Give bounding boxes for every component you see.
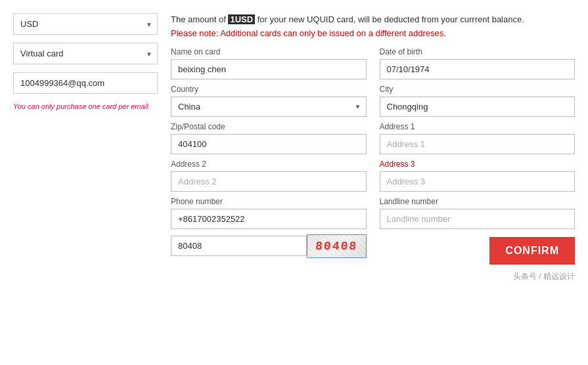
address2-label: Address 2 — [171, 160, 367, 169]
card-type-select-wrapper[interactable]: Virtual card Physical card — [13, 43, 158, 64]
phone-label: Phone number — [171, 197, 367, 206]
currency-select[interactable]: USD EUR GBP — [13, 13, 158, 35]
info-prefix: The amount of — [171, 14, 228, 24]
info-suffix: for your new UQUID card, will be deducte… — [255, 14, 524, 24]
country-select-wrapper[interactable]: China USA UK Germany France — [171, 97, 367, 117]
email-note: You can only purchase one card per email… — [13, 102, 158, 112]
landline-input[interactable] — [380, 209, 576, 229]
info-highlight: 1USD — [228, 14, 255, 24]
email-display: 1004999364@qq.com — [13, 72, 158, 94]
city-group: City — [380, 85, 576, 117]
confirm-button[interactable]: CONFIRM — [489, 237, 575, 265]
city-input[interactable] — [380, 97, 576, 117]
dob-input[interactable] — [380, 59, 576, 79]
address1-label: Address 1 — [380, 122, 576, 131]
info-text: The amount of 1USD for your new UQUID ca… — [171, 13, 575, 41]
city-label: City — [380, 85, 576, 94]
right-panel: The amount of 1USD for your new UQUID ca… — [171, 13, 575, 352]
landline-label: Landline number — [380, 197, 576, 206]
name-on-card-group: Name on card — [171, 47, 367, 79]
address1-group: Address 1 — [380, 122, 576, 154]
info-note: Please note: Additional cards can only b… — [171, 28, 446, 38]
dob-label: Date of birth — [380, 47, 576, 56]
address3-label: Address 3 — [380, 160, 576, 169]
country-label: Country — [171, 85, 367, 94]
address2-group: Address 2 — [171, 160, 367, 192]
captcha-text: 80408 — [315, 240, 358, 253]
captcha-row: 80408 — [171, 234, 367, 258]
left-panel: USD EUR GBP Virtual card Physical card 1… — [13, 13, 158, 352]
dob-group: Date of birth — [380, 47, 576, 79]
watermark: 头条号 / 精远设计 — [513, 271, 575, 282]
name-on-card-input[interactable] — [171, 59, 367, 79]
zip-group: Zip/Postal code — [171, 122, 367, 154]
phone-input[interactable] — [171, 209, 367, 229]
card-type-select[interactable]: Virtual card Physical card — [13, 43, 158, 64]
currency-select-wrapper[interactable]: USD EUR GBP — [13, 13, 158, 35]
landline-group: Landline number — [380, 197, 576, 229]
name-on-card-label: Name on card — [171, 47, 367, 56]
confirm-group: CONFIRM — [380, 234, 576, 265]
zip-input[interactable] — [171, 134, 367, 154]
form-grid: Name on card Date of birth Country China… — [171, 47, 575, 265]
captcha-input[interactable] — [171, 236, 307, 256]
captcha-image[interactable]: 80408 — [307, 234, 367, 258]
captcha-group: 80408 — [171, 234, 367, 265]
country-select[interactable]: China USA UK Germany France — [171, 97, 367, 117]
address2-input[interactable] — [171, 171, 367, 192]
phone-group: Phone number — [171, 197, 367, 229]
country-group: Country China USA UK Germany France — [171, 85, 367, 117]
address3-group: Address 3 — [380, 160, 576, 192]
address3-input[interactable] — [380, 171, 576, 192]
address1-input[interactable] — [380, 134, 576, 154]
zip-label: Zip/Postal code — [171, 122, 367, 131]
